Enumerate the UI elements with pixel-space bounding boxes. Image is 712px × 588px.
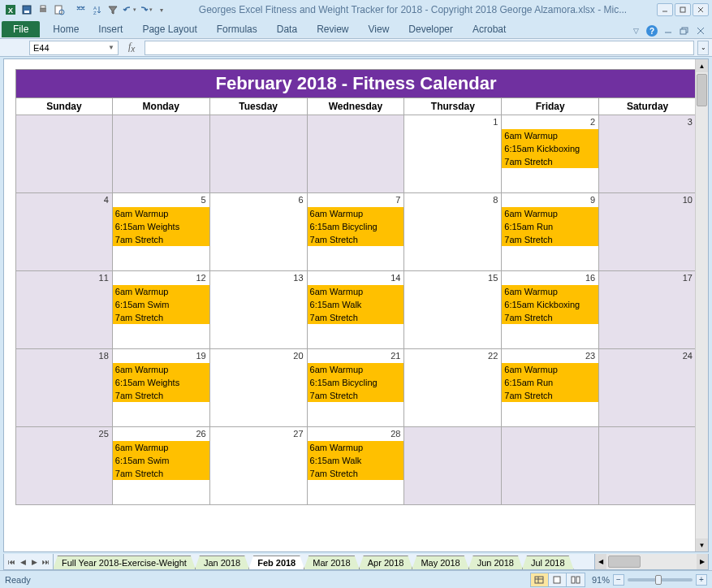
filter-icon[interactable]	[106, 2, 120, 17]
calendar-cell[interactable]: 8	[404, 193, 502, 271]
ribbon-minimize-icon[interactable]: ▽	[629, 24, 642, 37]
calendar-cell[interactable]: 146am Warmup6:15am Walk7am Stretch	[308, 271, 405, 349]
ribbon-tab-formulas[interactable]: Formulas	[207, 21, 267, 37]
calendar-cell[interactable]: 266am Warmup6:15am Swim7am Stretch	[113, 427, 210, 505]
sheet-tab[interactable]: May 2018	[412, 556, 468, 569]
ribbon-tab-data[interactable]: Data	[267, 21, 307, 37]
tab-last-icon[interactable]: ⏭	[40, 556, 51, 569]
zoom-out-button[interactable]: −	[613, 574, 624, 586]
calendar-cell[interactable]: 17	[599, 271, 697, 349]
sheet-content[interactable]: February 2018 - Fitness Calendar SundayM…	[4, 59, 708, 551]
redo-icon[interactable]: ▾	[138, 2, 153, 17]
tab-next-icon[interactable]: ▶	[28, 556, 40, 569]
close-button[interactable]	[693, 3, 709, 16]
save-icon[interactable]	[19, 2, 34, 17]
calendar-cell[interactable]: 76am Warmup6:15am Bicycling7am Stretch	[308, 193, 405, 271]
calendar-cell[interactable]: 11	[15, 271, 113, 349]
calendar-cell[interactable]: 216am Warmup6:15am Bicycling7am Stretch	[308, 349, 405, 427]
calendar-cell[interactable]: 126am Warmup6:15am Swim7am Stretch	[113, 271, 210, 349]
sheet-tab[interactable]: Apr 2018	[359, 556, 413, 569]
hscroll-right-icon[interactable]: ▶	[697, 554, 708, 569]
zoom-slider[interactable]	[628, 578, 693, 582]
help-icon[interactable]: ?	[645, 24, 658, 37]
vertical-scrollbar[interactable]: ▲ ▼	[695, 59, 708, 551]
formula-bar-expand-icon[interactable]: ⌄	[697, 41, 709, 55]
calendar-cell[interactable]: 286am Warmup6:15am Walk7am Stretch	[308, 427, 405, 505]
qat-customize-icon[interactable]: ▾	[154, 2, 169, 17]
calendar-cell[interactable]: 236am Warmup6:15am Run7am Stretch	[502, 349, 599, 427]
calendar-cell[interactable]: 4	[15, 193, 113, 271]
calendar-cell[interactable]	[308, 115, 405, 193]
calendar-event: 6am Warmup	[113, 441, 209, 454]
zoom-slider-thumb[interactable]	[655, 575, 662, 585]
ribbon-tab-home[interactable]: Home	[43, 21, 88, 37]
maximize-button[interactable]	[675, 3, 691, 16]
calendar-cell[interactable]: 24	[599, 349, 697, 427]
calendar-cell[interactable]: 96am Warmup6:15am Run7am Stretch	[502, 193, 599, 271]
calendar-cell[interactable]	[15, 115, 113, 193]
calendar-cell[interactable]	[599, 427, 697, 505]
ribbon-tab-developer[interactable]: Developer	[399, 21, 463, 37]
calendar-cell[interactable]: 22	[404, 349, 502, 427]
calendar-cell[interactable]: 6	[210, 193, 308, 271]
sheet-tab[interactable]: Feb 2018	[248, 556, 304, 569]
name-box[interactable]: E44 ▼	[29, 41, 119, 55]
file-tab[interactable]: File	[2, 21, 40, 37]
sheet-tab[interactable]: Mar 2018	[304, 556, 359, 569]
workbook-close-icon[interactable]	[694, 24, 707, 37]
ribbon-tab-insert[interactable]: Insert	[88, 21, 132, 37]
formula-input[interactable]	[145, 41, 694, 55]
excel-icon[interactable]: X	[3, 2, 18, 17]
ribbon-tab-view[interactable]: View	[359, 21, 399, 37]
scroll-up-icon[interactable]: ▲	[696, 59, 708, 72]
calendar-cell[interactable]: 26am Warmup6:15am Kickboxing7am Stretch	[502, 115, 599, 193]
calendar-cell[interactable]: 3	[599, 115, 697, 193]
workbook-minimize-icon[interactable]	[662, 24, 675, 37]
ribbon-tab-acrobat[interactable]: Acrobat	[463, 21, 516, 37]
zoom-in-button[interactable]: +	[696, 574, 707, 586]
workbook-restore-icon[interactable]	[678, 24, 691, 37]
hscroll-left-icon[interactable]: ◀	[595, 554, 606, 569]
print-preview-icon[interactable]	[52, 2, 67, 17]
calendar-cell[interactable]: 10	[599, 193, 697, 271]
calendar-cell[interactable]	[502, 427, 599, 505]
sheet-tab[interactable]: Jun 2018	[468, 556, 523, 569]
zoom-level[interactable]: 91%	[592, 575, 610, 585]
horizontal-scrollbar[interactable]: ◀ ▶	[594, 554, 708, 569]
sheet-tab[interactable]: Jan 2018	[195, 556, 249, 569]
calendar-cell[interactable]	[404, 427, 502, 505]
calendar-cell[interactable]: 20	[210, 349, 308, 427]
calendar-cell[interactable]: 18	[15, 349, 113, 427]
hscroll-thumb[interactable]	[608, 556, 641, 568]
undo-icon[interactable]: ▾	[122, 2, 136, 17]
calendar-cell[interactable]: 27	[210, 427, 308, 505]
tab-first-icon[interactable]: ⏮	[6, 556, 17, 569]
namebox-dropdown-icon[interactable]: ▼	[108, 44, 114, 51]
sheet-tab[interactable]: Full Year 2018-Exercise-Weight	[54, 556, 196, 569]
page-layout-view-button[interactable]	[549, 573, 567, 586]
minimize-button[interactable]	[657, 3, 673, 16]
fx-icon[interactable]: fx	[125, 41, 138, 54]
sort-icon[interactable]: AZ	[89, 2, 104, 17]
calendar-cell[interactable]: 1	[404, 115, 502, 193]
calendar-cell[interactable]: 25	[15, 427, 113, 505]
normal-view-button[interactable]	[531, 573, 549, 586]
calendar-cell[interactable]: 15	[404, 271, 502, 349]
calendar-cell[interactable]: 166am Warmup6:15am Kickboxing7am Stretch	[502, 271, 599, 349]
ribbon-tab-page-layout[interactable]: Page Layout	[132, 21, 206, 37]
scroll-down-icon[interactable]: ▼	[696, 538, 708, 551]
calendar-cell[interactable]	[210, 115, 308, 193]
sheet-tab[interactable]: Jul 2018	[522, 556, 574, 569]
find-icon[interactable]	[73, 2, 88, 17]
calendar-cell[interactable]: 13	[210, 271, 308, 349]
tab-prev-icon[interactable]: ◀	[17, 556, 28, 569]
ribbon-tab-review[interactable]: Review	[307, 21, 358, 37]
calendar-cell[interactable]	[113, 115, 210, 193]
vscroll-thumb[interactable]	[697, 74, 707, 106]
page-break-view-button[interactable]	[567, 573, 585, 586]
print-icon[interactable]	[36, 2, 50, 17]
calendar-cell[interactable]: 56am Warmup6:15am Weights7am Stretch	[113, 193, 210, 271]
calendar-event: 6:15am Run	[502, 220, 598, 233]
calendar-event: 7am Stretch	[308, 311, 404, 324]
calendar-cell[interactable]: 196am Warmup6:15am Weights7am Stretch	[113, 349, 210, 427]
